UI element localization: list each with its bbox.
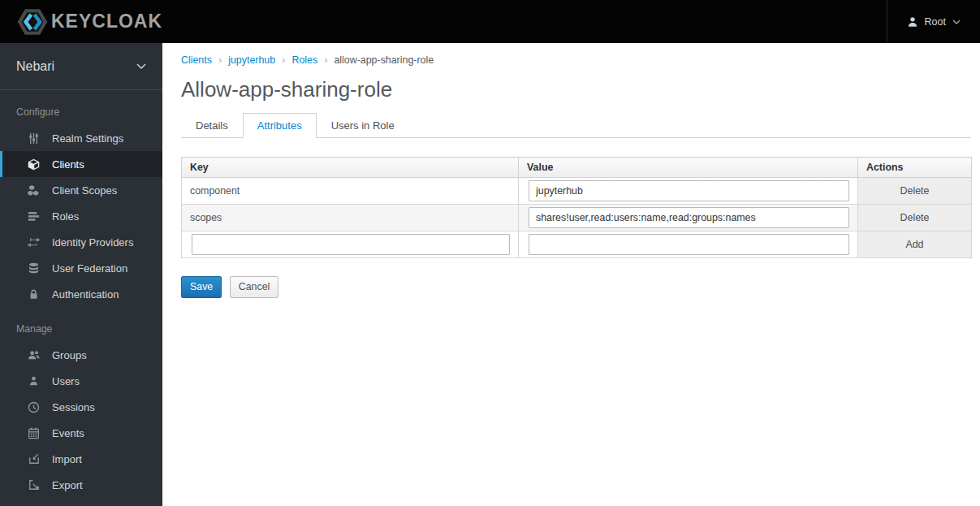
sidebar-item-label: Realm Settings xyxy=(52,132,123,145)
delete-attribute-button[interactable]: Delete xyxy=(858,178,972,205)
new-attribute-value-input[interactable] xyxy=(529,234,849,255)
main-content: Clients › jupyterhub › Roles › allow-app… xyxy=(162,43,980,506)
lock-icon xyxy=(27,288,41,300)
groups-icon xyxy=(27,349,41,361)
breadcrumb: Clients › jupyterhub › Roles › allow-app… xyxy=(181,54,971,66)
table-row-scopes: scopes Delete xyxy=(182,205,972,231)
sidebar-item-label: Export xyxy=(52,479,83,491)
tab-users-in-role[interactable]: Users in Role xyxy=(317,113,409,138)
exchange-icon xyxy=(27,236,41,249)
chevron-down-icon xyxy=(136,63,146,69)
sidebar-item-identity-providers[interactable]: Identity Providers xyxy=(0,229,162,255)
sidebar-item-label: Client Scopes xyxy=(52,184,117,197)
actions-column-header: Actions xyxy=(858,158,972,178)
sidebar-item-import[interactable]: Import xyxy=(0,446,162,472)
user-name: Root xyxy=(925,16,946,28)
breadcrumb-roles[interactable]: Roles xyxy=(291,54,317,66)
tab-details[interactable]: Details xyxy=(181,113,243,138)
sliders-icon xyxy=(27,132,41,145)
attributes-table: Key Value Actions component Delete scope… xyxy=(181,157,972,258)
cube-icon xyxy=(27,158,41,171)
attribute-key: scopes xyxy=(182,205,519,231)
add-attribute-button[interactable]: Add xyxy=(858,231,972,258)
delete-attribute-button[interactable]: Delete xyxy=(858,205,972,231)
cubes-icon xyxy=(27,184,41,197)
sidebar-item-realm-settings[interactable]: Realm Settings xyxy=(0,125,162,151)
sidebar: Nebari Configure Realm Settings Clients xyxy=(0,43,162,506)
table-row-new-attribute: Add xyxy=(182,231,972,258)
cancel-button[interactable]: Cancel xyxy=(230,276,279,298)
chevron-down-icon xyxy=(952,19,961,24)
sidebar-item-groups[interactable]: Groups xyxy=(0,342,162,368)
sidebar-item-label: Users xyxy=(52,375,80,387)
table-header-row: Key Value Actions xyxy=(182,158,972,178)
sidebar-item-label: Sessions xyxy=(52,401,95,413)
user-icon xyxy=(907,16,918,28)
sidebar-item-users[interactable]: Users xyxy=(0,368,162,394)
sidebar-item-label: Roles xyxy=(52,210,79,223)
sidebar-item-events[interactable]: Events xyxy=(0,420,162,446)
sidebar-item-label: Authentication xyxy=(52,288,119,301)
sidebar-item-label: Import xyxy=(52,453,82,465)
tab-attributes[interactable]: Attributes xyxy=(243,113,317,138)
sidebar-item-export[interactable]: Export xyxy=(0,472,162,498)
sidebar-section-configure: Configure xyxy=(16,106,162,118)
export-icon xyxy=(27,479,41,491)
calendar-icon xyxy=(27,427,41,439)
breadcrumb-jupyterhub[interactable]: jupyterhub xyxy=(228,54,275,66)
user-menu[interactable]: Root xyxy=(887,0,980,43)
keycloak-logo[interactable]: KEYCLOAK xyxy=(0,6,162,38)
sidebar-item-label: Events xyxy=(52,427,84,439)
attribute-key: component xyxy=(182,178,519,205)
sidebar-item-label: User Federation xyxy=(52,262,127,275)
realm-selector[interactable]: Nebari xyxy=(0,43,162,90)
sidebar-item-sessions[interactable]: Sessions xyxy=(0,394,162,420)
list-icon xyxy=(27,210,41,223)
key-column-header: Key xyxy=(182,158,519,178)
realm-name: Nebari xyxy=(16,59,54,74)
table-row-component: component Delete xyxy=(182,178,972,205)
breadcrumb-clients[interactable]: Clients xyxy=(181,54,212,66)
breadcrumb-separator: › xyxy=(218,54,222,66)
sidebar-item-label: Identity Providers xyxy=(52,236,133,249)
breadcrumb-current: allow-app-sharing-role xyxy=(334,54,434,66)
sidebar-item-label: Clients xyxy=(52,158,84,171)
sidebar-item-roles[interactable]: Roles xyxy=(0,203,162,229)
page-title: Allow-app-sharing-role xyxy=(181,77,971,102)
value-column-header: Value xyxy=(519,158,858,178)
sidebar-item-clients[interactable]: Clients xyxy=(0,151,162,177)
attribute-value-input[interactable] xyxy=(529,180,849,201)
user-icon xyxy=(27,375,41,387)
attribute-value-input[interactable] xyxy=(529,207,849,228)
sidebar-item-client-scopes[interactable]: Client Scopes xyxy=(0,177,162,203)
keycloak-logo-icon xyxy=(16,6,49,38)
sidebar-item-authentication[interactable]: Authentication xyxy=(0,281,162,307)
save-button[interactable]: Save xyxy=(181,276,222,298)
brand-text: KEYCLOAK xyxy=(51,11,162,32)
import-icon xyxy=(27,453,41,465)
top-bar: KEYCLOAK Root xyxy=(0,0,980,43)
form-buttons: Save Cancel xyxy=(181,276,971,298)
sidebar-item-label: Groups xyxy=(52,349,87,361)
sidebar-item-user-federation[interactable]: User Federation xyxy=(0,255,162,281)
database-icon xyxy=(27,262,41,275)
new-attribute-key-input[interactable] xyxy=(192,234,510,255)
breadcrumb-separator: › xyxy=(324,54,327,66)
tabs: Details Attributes Users in Role xyxy=(181,113,971,138)
sidebar-section-manage: Manage xyxy=(16,323,162,335)
breadcrumb-separator: › xyxy=(282,54,285,66)
clock-icon xyxy=(27,401,41,413)
